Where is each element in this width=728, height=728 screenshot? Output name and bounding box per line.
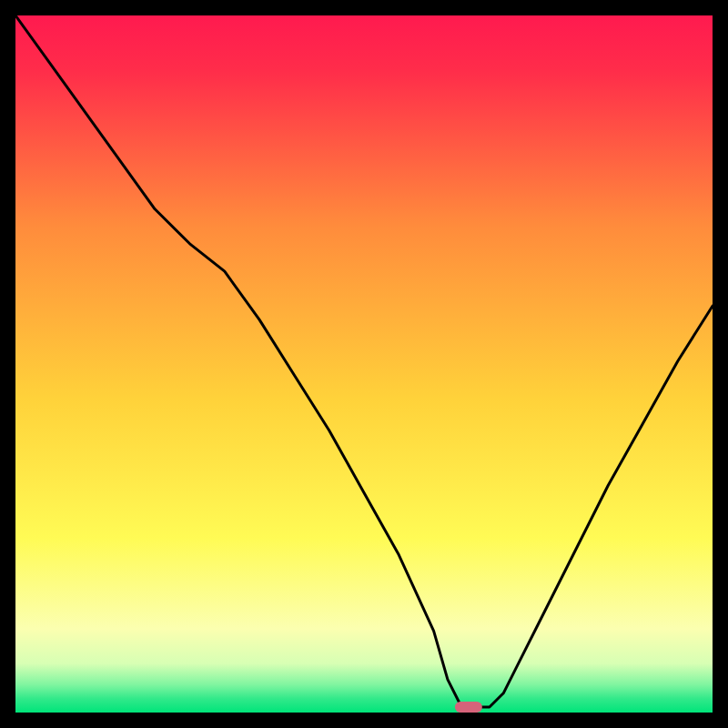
optimal-marker [455, 702, 482, 713]
bottleneck-chart [15, 15, 713, 713]
plot-area [15, 15, 713, 713]
gradient-background [15, 15, 713, 713]
chart-frame: TheBottleneck.com [15, 15, 713, 713]
